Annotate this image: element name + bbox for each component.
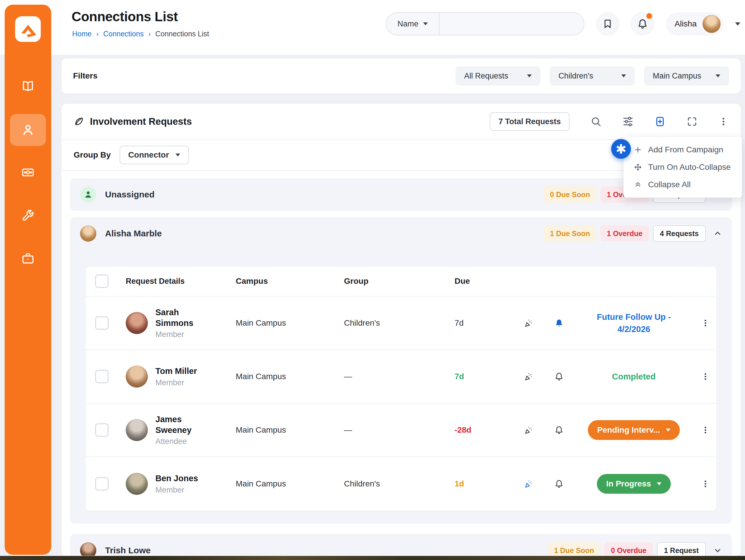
status-link[interactable]: Future Follow Up - 4/2/2026	[581, 311, 686, 335]
status-dropdown-button[interactable]: In Progress	[597, 474, 671, 494]
group-cell: —	[341, 425, 451, 435]
group-header-alisha-marble[interactable]: Alisha Marble 1 Due Soon 1 Overdue 4 Req…	[70, 217, 732, 250]
avatar	[126, 365, 148, 388]
app-logo[interactable]	[15, 16, 41, 42]
row-checkbox[interactable]	[95, 423, 108, 437]
avatar	[80, 542, 96, 556]
chevron-up-icon[interactable]	[713, 229, 722, 238]
table-row: Ben Jones Member Main Campus Children's …	[86, 457, 716, 511]
filter-campus[interactable]: Main Campus	[644, 66, 729, 85]
campus-cell: Main Campus	[232, 425, 341, 435]
book-icon	[21, 80, 35, 93]
person-name[interactable]: Tom Miller	[155, 366, 197, 376]
filter-campus-value: Main Campus	[653, 72, 701, 80]
notifications-button[interactable]	[631, 12, 654, 35]
col-due: Due	[451, 277, 513, 286]
person-name[interactable]: Sarah Simmons	[155, 307, 208, 328]
campus-cell: Main Campus	[232, 479, 341, 488]
sidebar-item-work[interactable]	[5, 252, 51, 265]
group-by-value: Connector	[128, 150, 169, 160]
person-name[interactable]: James Sweeney	[155, 414, 208, 435]
group-cell: Children's	[341, 479, 451, 488]
menu-item-add-from-campaign[interactable]: Add From Campaign	[624, 142, 742, 157]
bell-icon[interactable]	[544, 479, 575, 488]
unassigned-person-icon	[80, 186, 96, 203]
search-type-label: Name	[397, 20, 419, 29]
bookmark-button[interactable]	[596, 12, 619, 35]
search-type-dropdown[interactable]: Name	[386, 13, 440, 35]
sidebar-item-tools[interactable]	[5, 209, 51, 222]
bell-icon[interactable]	[544, 372, 575, 381]
party-popper-icon[interactable]	[513, 372, 544, 381]
hint-asterisk-badge[interactable]: ✱	[611, 139, 631, 159]
kebab-menu-icon[interactable]	[718, 116, 728, 127]
row-kebab-icon[interactable]	[693, 319, 717, 327]
menu-item-label: Collapse All	[648, 180, 690, 189]
row-checkbox[interactable]	[95, 316, 108, 330]
row-kebab-icon[interactable]	[693, 426, 717, 434]
avatar	[126, 473, 148, 495]
status-dropdown-button[interactable]: Pending Interv...	[588, 420, 680, 440]
profile-menu[interactable]: Alisha	[666, 12, 723, 35]
sidebar-item-people[interactable]	[5, 123, 51, 137]
avatar	[126, 312, 148, 334]
chevron-down-icon	[621, 74, 626, 77]
row-checkbox[interactable]	[95, 477, 108, 491]
bell-icon	[637, 18, 648, 29]
breadcrumb-home[interactable]: Home	[72, 30, 92, 38]
group-alisha-marble: Alisha Marble 1 Due Soon 1 Overdue 4 Req…	[70, 217, 732, 524]
person-icon	[21, 123, 35, 137]
global-search: Name	[386, 12, 584, 35]
rock-logo-icon	[19, 20, 37, 38]
person-name[interactable]: Ben Jones	[155, 473, 198, 484]
search-icon[interactable]	[590, 116, 602, 127]
row-checkbox[interactable]	[95, 370, 108, 383]
requests-table: Request Details Campus Group Due Sarah S…	[85, 266, 717, 511]
menu-item-label: Add From Campaign	[648, 145, 723, 154]
add-card-icon[interactable]	[654, 116, 666, 127]
sidebar-item-finance[interactable]	[5, 166, 51, 179]
row-kebab-icon[interactable]	[693, 480, 717, 488]
party-popper-icon[interactable]	[513, 479, 544, 488]
bell-filled-icon[interactable]	[544, 318, 575, 328]
group-by-dropdown[interactable]: Connector	[120, 146, 189, 164]
chevron-down-icon[interactable]	[735, 23, 740, 26]
group-name: Trish Lowe	[105, 546, 151, 555]
filter-request-type[interactable]: All Requests	[455, 66, 541, 85]
select-all-checkbox[interactable]	[95, 275, 108, 288]
sidebar-item-library[interactable]	[5, 80, 51, 93]
desktop-edge-strip	[0, 556, 745, 560]
party-popper-icon[interactable]	[513, 318, 544, 328]
sliders-icon[interactable]	[622, 116, 634, 127]
asterisk-icon: ✱	[616, 142, 626, 156]
status-label: Pending Interv...	[597, 425, 660, 435]
filters-bar: Filters All Requests Children's Main Cam…	[61, 58, 741, 94]
chevron-down-icon[interactable]	[713, 546, 722, 555]
plus-icon	[633, 145, 643, 154]
search-input[interactable]	[440, 13, 584, 35]
chevron-down-icon	[666, 428, 671, 431]
breadcrumb-connections[interactable]: Connections	[103, 30, 144, 38]
avatar	[703, 15, 720, 33]
party-popper-icon[interactable]	[513, 425, 544, 435]
status-label: In Progress	[606, 479, 651, 488]
bell-icon[interactable]	[544, 425, 575, 435]
cash-icon	[21, 166, 35, 179]
menu-item-auto-collapse[interactable]: Turn On Auto-Collapse	[624, 160, 742, 175]
bookmark-icon	[603, 19, 613, 29]
group-header-trish-lowe[interactable]: Trish Lowe 1 Due Soon 0 Overdue 1 Reques…	[70, 534, 732, 556]
group-name: Alisha Marble	[105, 229, 162, 238]
menu-item-label: Turn On Auto-Collapse	[648, 163, 731, 172]
avatar	[80, 225, 96, 242]
campus-cell: Main Campus	[232, 372, 341, 381]
table-row: Sarah Simmons Member Main Campus Childre…	[86, 296, 716, 350]
due-soon-badge: 0 Due Soon	[544, 186, 596, 203]
row-kebab-icon[interactable]	[693, 372, 717, 381]
avatar	[126, 419, 148, 441]
filter-group[interactable]: Children's	[550, 66, 635, 85]
filters-label: Filters	[73, 71, 97, 80]
group-cell: —	[341, 372, 451, 381]
breadcrumb-separator: ›	[149, 30, 151, 38]
menu-item-collapse-all[interactable]: Collapse All	[624, 177, 742, 192]
fullscreen-icon[interactable]	[686, 116, 698, 127]
